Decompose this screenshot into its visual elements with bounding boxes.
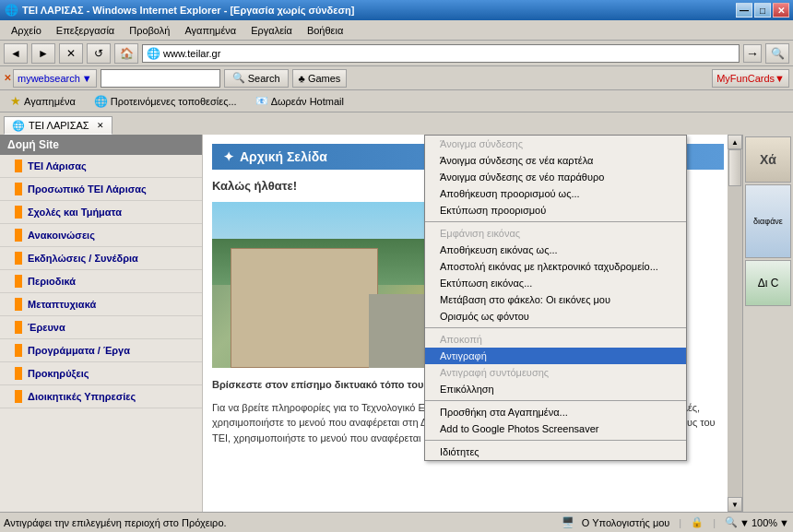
sidebar-item-personnel[interactable]: Προσωπικό ΤΕΙ Λάρισας: [0, 178, 202, 201]
ad-3[interactable]: Δι C: [745, 260, 791, 306]
ctx-properties[interactable]: Ιδιότητες: [425, 443, 686, 460]
favorites-bar: ★ Αγαπημένα 🌐 Προτεινόμενες τοποθεσίες..…: [0, 90, 793, 112]
myfuncards-button[interactable]: MyFunCards ▼: [712, 69, 789, 88]
address-bar: 🌐: [142, 44, 740, 63]
ctx-open-link-tab[interactable]: Άνοιγμα σύνδεσης σε νέα καρτέλα: [425, 152, 686, 169]
status-bar: Αντιγράφει την επιλεγμένη περιοχή στο Πρ…: [0, 512, 793, 532]
bullet-icon: [15, 252, 22, 265]
ctx-show-image-label: Εμφάνιση εικόνας: [425, 225, 686, 242]
ad-1[interactable]: Χά: [745, 136, 791, 183]
games-button[interactable]: ♣ Games: [292, 69, 348, 88]
ctx-open-link-window[interactable]: Άνοιγμα σύνδεσης σε νέο παράθυρο: [425, 169, 686, 185]
zoom-label: ▼: [740, 517, 750, 528]
bullet-icon: [15, 298, 22, 311]
favorites-button[interactable]: ★ Αγαπημένα: [4, 92, 82, 110]
window-title: ΤΕΙ ΛΑΡΙΣΑΣ - Windows Internet Explorer …: [22, 5, 354, 16]
ctx-email-image[interactable]: Αποστολή εικόνας με ηλεκτρονικό ταχυδρομ…: [425, 258, 686, 275]
ctx-divider-1: [425, 221, 686, 222]
menu-tools[interactable]: Εργαλεία: [243, 23, 300, 38]
tab-tei[interactable]: 🌐 ΤΕΙ ΛΑΡΙΣΑΣ ✕: [4, 116, 112, 135]
sidebar-item-programs[interactable]: Προγράμματα / Έργα: [0, 339, 202, 362]
menu-file[interactable]: Αρχείο: [4, 23, 49, 38]
bullet-icon: [15, 206, 22, 219]
ctx-copy[interactable]: Αντιγραφή: [425, 348, 686, 364]
nav-toolbar: ◄ ► ✕ ↺ 🏠 🌐 → 🔍: [0, 41, 793, 66]
ctx-set-wallpaper[interactable]: Ορισμός ως φόντου: [425, 308, 686, 325]
suggested-sites[interactable]: 🌐 Προτεινόμενες τοποθεσίες...: [88, 93, 243, 110]
ad-2[interactable]: διαφάνε: [745, 184, 791, 258]
sidebar-item-research[interactable]: Έρευνα: [0, 316, 202, 339]
close-button[interactable]: ✕: [773, 3, 789, 18]
maximize-button[interactable]: □: [754, 3, 771, 18]
sidebar-item-postgrad[interactable]: Μεταπτυχιακά: [0, 293, 202, 316]
sidebar-item-admin[interactable]: Διοικητικές Υπηρεσίες: [0, 385, 202, 408]
zoom-icon: 🔍: [725, 516, 738, 528]
sidebar: Δομή Site ΤΕΙ Λάρισας Προσωπικό ΤΕΙ Λάρι…: [0, 135, 203, 512]
tab-label: ΤΕΙ ΛΑΡΙΣΑΣ: [29, 120, 89, 131]
refresh-button[interactable]: ↺: [87, 43, 111, 64]
stop-button[interactable]: ✕: [59, 43, 83, 64]
mywebsearch-button[interactable]: mywebsearch ▼: [13, 69, 97, 88]
computer-icon: 🖥️: [562, 516, 574, 528]
ctx-save-image[interactable]: Αποθήκευση εικόνας ως...: [425, 242, 686, 258]
page-header-title: Αρχική Σελίδα: [240, 149, 327, 164]
zoom-area: 🔍 ▼ 100% ▼: [725, 516, 789, 528]
ctx-divider-2: [425, 327, 686, 328]
ctx-save-target[interactable]: Αποθήκευση προορισμού ως...: [425, 185, 686, 202]
ctx-add-favorites[interactable]: Προσθήκη στα Αγαπημένα...: [425, 404, 686, 420]
home-button[interactable]: 🏠: [114, 43, 138, 64]
menu-view[interactable]: Προβολή: [122, 23, 177, 38]
bullet-icon: [15, 367, 22, 380]
menu-bar: Αρχείο Επεξεργασία Προβολή Αγαπημένα Εργ…: [0, 20, 793, 41]
scroll-down-button[interactable]: ▼: [728, 497, 742, 512]
hotmail-link[interactable]: 📧 Δωρεάν Hotmail: [249, 93, 350, 109]
sidebar-item-tei[interactable]: ΤΕΙ Λάρισας: [0, 155, 202, 178]
bullet-icon: [15, 275, 22, 288]
zoom-arrow: ▼: [779, 517, 789, 528]
tab-close-icon[interactable]: ✕: [97, 121, 104, 130]
menu-edit[interactable]: Επεξεργασία: [49, 23, 122, 38]
back-button[interactable]: ◄: [4, 43, 28, 64]
ctx-divider-4: [425, 440, 686, 441]
sidebar-item-periodicals[interactable]: Περιοδικά: [0, 270, 202, 293]
scroll-thumb[interactable]: [728, 149, 741, 186]
myfuncards-arrow: ▼: [775, 73, 785, 84]
mywebsearch-label: mywebsearch: [18, 73, 80, 84]
mywebsearch-arrow: ▼: [82, 73, 92, 84]
go-button[interactable]: →: [743, 44, 762, 63]
ctx-divider-3: [425, 400, 686, 401]
title-bar: 🌐 ΤΕΙ ΛΑΡΙΣΑΣ - Windows Internet Explore…: [0, 0, 793, 20]
ctx-google-photos[interactable]: Add to Google Photos Screensaver: [425, 420, 686, 437]
search-label: Search: [248, 73, 280, 84]
address-input[interactable]: [163, 48, 735, 59]
ctx-print-target[interactable]: Εκτύπωση προορισμού: [425, 202, 686, 219]
sidebar-item-schools[interactable]: Σχολές και Τμήματα: [0, 201, 202, 224]
computer-label: Ο Υπολογιστής μου: [582, 517, 670, 528]
scrollbar[interactable]: ▲ ▼: [728, 135, 742, 512]
ctx-print-image[interactable]: Εκτύπωση εικόνας...: [425, 275, 686, 291]
scroll-up-button[interactable]: ▲: [728, 135, 742, 149]
sidebar-item-events[interactable]: Εκδηλώσεις / Συνέδρια: [0, 247, 202, 270]
ctx-paste[interactable]: Επικόλληση: [425, 381, 686, 397]
bullet-icon: [15, 390, 22, 403]
bullet-icon: [15, 160, 22, 172]
ctx-goto-folder[interactable]: Μετάβαση στο φάκελο: Οι εικόνες μου: [425, 291, 686, 308]
search-input[interactable]: [101, 69, 220, 88]
forward-button[interactable]: ►: [31, 43, 55, 64]
minimize-button[interactable]: —: [736, 3, 752, 18]
menu-help[interactable]: Βοήθεια: [300, 23, 350, 38]
content-area: Δομή Site ΤΕΙ Λάρισας Προσωπικό ΤΕΙ Λάρι…: [0, 135, 793, 512]
suggested-label: Προτεινόμενες τοποθεσίες...: [111, 96, 237, 107]
search-button[interactable]: 🔍 Search: [224, 69, 289, 88]
sidebar-item-procurements[interactable]: Προκηρύξεις: [0, 362, 202, 385]
bullet-icon: [15, 183, 22, 195]
x-icon: ✕: [4, 73, 11, 83]
ie-icon: 🌐: [4, 3, 18, 18]
search-btn-nav[interactable]: 🔍: [765, 43, 789, 64]
page-header-icon: ✦: [223, 149, 234, 164]
menu-favorites[interactable]: Αγαπημένα: [177, 23, 243, 38]
hotmail-label: Δωρεάν Hotmail: [271, 96, 344, 107]
tab-icon: 🌐: [12, 120, 25, 132]
search-icon: 🔍: [232, 72, 245, 84]
sidebar-item-announcements[interactable]: Ανακοινώσεις: [0, 224, 202, 247]
